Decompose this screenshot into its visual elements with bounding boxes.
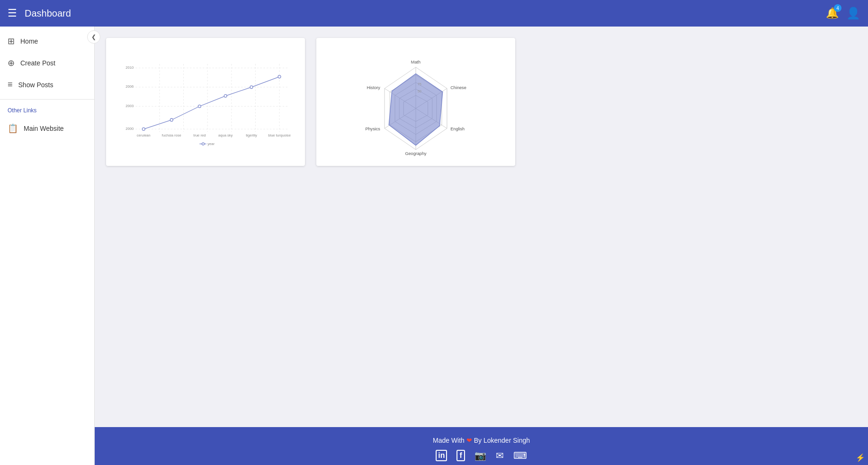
data-point-6 <box>278 75 281 78</box>
sidebar-divider <box>0 99 94 100</box>
data-point-4 <box>224 94 227 97</box>
legend-label: year <box>207 142 215 146</box>
footer-social-icons: in f 📷 ✉ ⌨ <box>95 450 868 461</box>
email-icon[interactable]: ✉ <box>496 450 504 461</box>
x-label-fuchsia-rose: fuchsia rose <box>162 133 181 137</box>
label-history: History <box>367 85 380 90</box>
data-point-2 <box>170 119 173 121</box>
sidebar-section-label: Other Links <box>0 103 94 118</box>
data-point-3 <box>198 105 201 108</box>
bolt-icon: ⚡ <box>856 453 865 462</box>
sidebar-item-show-posts-label: Show Posts <box>18 81 54 89</box>
notification-icon-wrap[interactable]: 🔔 4 <box>826 7 839 19</box>
footer: Made With ❤ By Lokender Singh in f 📷 ✉ ⌨ <box>95 427 868 465</box>
sidebar-item-home[interactable]: ⊞ Home <box>0 30 94 52</box>
show-posts-icon: ≡ <box>8 80 13 90</box>
header-actions: 🔔 4 👤 <box>826 7 860 20</box>
header: ☰ Dashboard 🔔 4 👤 <box>0 0 868 27</box>
label-english: English <box>450 127 465 131</box>
label-math: Math <box>411 60 421 64</box>
x-label-cerulean: cerulean <box>137 133 151 137</box>
footer-text: Made With ❤ By Lokender Singh <box>95 437 868 444</box>
sidebar-nav: ⊞ Home ⊕ Create Post ≡ Show Posts Other … <box>0 27 94 143</box>
radar-chart-svg: .radar-grid { fill: none; stroke: #bbb; … <box>324 46 508 158</box>
footer-heart: ❤ <box>466 437 474 444</box>
footer-text-suffix: By Lokender Singh <box>474 437 530 444</box>
sidebar-item-main-website-label: Main Website <box>24 125 64 132</box>
legend-dot <box>202 143 204 145</box>
linkedin-icon[interactable]: in <box>436 450 447 461</box>
sidebar-item-show-posts[interactable]: ≡ Show Posts <box>0 74 94 95</box>
sidebar-item-create-post[interactable]: ⊕ Create Post <box>0 52 94 74</box>
main-website-icon: 📋 <box>8 123 18 134</box>
sidebar-item-main-website[interactable]: 📋 Main Website <box>0 118 94 139</box>
scale-label-50: 50 <box>418 89 421 93</box>
user-account-icon[interactable]: 👤 <box>846 7 860 20</box>
label-chinese: Chinese <box>450 85 466 90</box>
y-label-2003: 2003 <box>125 104 134 108</box>
sidebar: ⊞ Home ⊕ Create Post ≡ Show Posts Other … <box>0 27 95 465</box>
y-label-2000: 2000 <box>125 127 134 131</box>
radar-chart-card: .radar-grid { fill: none; stroke: #bbb; … <box>316 38 515 166</box>
create-post-icon: ⊕ <box>8 58 15 68</box>
x-label-blue-turquoise: blue turquoise <box>268 133 291 137</box>
notification-badge: 4 <box>834 4 841 12</box>
scale-label-75: 75 <box>418 82 421 86</box>
data-point-1 <box>142 128 145 130</box>
line-path <box>143 77 279 129</box>
y-label-2010: 2010 <box>125 65 134 70</box>
label-physics: Physics <box>365 127 380 131</box>
instagram-icon[interactable]: 📷 <box>474 450 486 461</box>
line-chart-card: .grid-line { stroke: #ccc; stroke-width:… <box>106 38 305 166</box>
radar-data <box>389 74 443 146</box>
page-title: Dashboard <box>25 8 826 19</box>
x-label-aqua-sky: aqua sky <box>218 133 233 137</box>
charts-row: .grid-line { stroke: #ccc; stroke-width:… <box>106 38 857 166</box>
github-icon[interactable]: ⌨ <box>513 450 527 461</box>
sidebar-item-create-post-label: Create Post <box>20 59 55 67</box>
sidebar-collapse-button[interactable]: ❮ <box>87 30 100 44</box>
x-label-true-red: true red <box>193 133 206 137</box>
home-icon: ⊞ <box>8 36 15 46</box>
label-geography: Geography <box>405 151 427 156</box>
footer-text-prefix: Made With <box>433 437 465 444</box>
line-chart-svg: .grid-line { stroke: #ccc; stroke-width:… <box>114 46 297 158</box>
menu-icon[interactable]: ☰ <box>8 7 17 19</box>
corner-bolt[interactable]: ⚡ <box>853 450 868 465</box>
facebook-icon[interactable]: f <box>456 450 465 461</box>
data-point-5 <box>250 86 253 89</box>
sidebar-item-home-label: Home <box>20 37 38 45</box>
main-content: .grid-line { stroke: #ccc; stroke-width:… <box>95 27 868 427</box>
x-label-tigerlily: tigerlily <box>246 133 257 137</box>
y-label-2006: 2006 <box>125 84 134 89</box>
